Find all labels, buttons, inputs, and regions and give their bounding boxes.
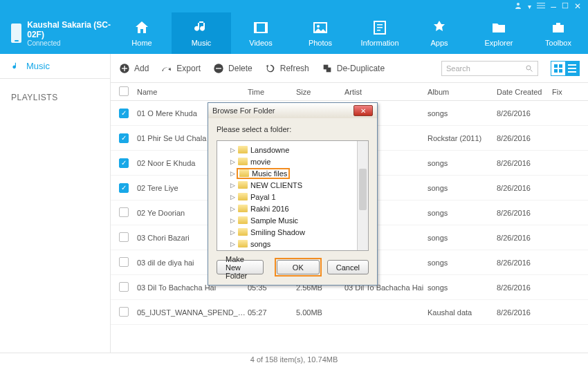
expand-icon[interactable]: ▷ [230,147,235,153]
cell-date: 8/26/2016 [497,159,552,167]
col-size[interactable]: Size [296,88,344,96]
tab-apps[interactable]: Apps [410,12,469,54]
cell-album: songs [428,109,497,118]
export-button[interactable]: Export [161,63,201,74]
expand-icon[interactable]: ▷ [230,182,235,189]
tab-music[interactable]: Music [172,12,231,54]
tab-toolbox[interactable]: Toolbox [529,12,588,54]
folder-label: Lansdowne [250,146,289,154]
add-button[interactable]: Add [119,63,149,74]
svg-rect-1 [537,3,545,3]
col-time[interactable]: Time [248,88,296,96]
folder-label: Smiling Shadow [250,228,305,236]
col-artist[interactable]: Artist [344,88,428,96]
sidebar-item-label: Music [26,61,50,71]
svg-rect-13 [377,30,380,31]
cell-album: songs [428,184,497,192]
expand-icon[interactable]: ▷ [230,241,235,247]
row-checkbox[interactable] [119,257,129,267]
search-placeholder: Search [446,64,470,73]
user-icon[interactable] [514,1,522,12]
svg-point-0 [517,3,520,6]
col-fix[interactable]: Fix [552,88,573,96]
make-new-folder-button[interactable]: Make New Folder [217,260,264,274]
expand-icon[interactable]: ▷ [230,194,235,200]
tab-information[interactable]: Information [350,12,410,54]
close-icon[interactable]: ✕ [574,1,581,11]
expand-icon[interactable]: ▷ [230,229,235,236]
expand-icon[interactable]: ▷ [230,170,235,177]
refresh-button[interactable]: Refresh [265,63,309,74]
folder-item[interactable]: ▷Rakhi 2016 [219,203,367,214]
folder-item[interactable]: ▷songs [219,238,367,250]
row-checkbox[interactable] [119,158,129,168]
row-checkbox[interactable] [119,207,129,217]
folder-label: Payal 1 [250,193,276,201]
expand-icon[interactable]: ▷ [230,217,235,224]
dialog-close-button[interactable]: ✕ [353,105,373,116]
row-checkbox[interactable] [119,307,129,317]
dedup-icon [322,63,333,74]
scrollbar-thumb[interactable] [359,169,367,210]
nav-tabs: Home Music Videos Photos Information App… [112,12,588,54]
folder-item[interactable]: ▷Smiling Shadow [219,226,367,238]
delete-button[interactable]: Delete [213,63,252,74]
scrollbar[interactable] [357,141,368,250]
sidebar-item-music[interactable]: Music [0,54,110,79]
select-all-checkbox[interactable] [119,86,129,96]
grid-view-button[interactable] [551,62,565,75]
row-checkbox[interactable] [119,133,129,143]
row-checkbox[interactable] [119,183,129,193]
view-toggle [551,61,580,76]
expand-icon[interactable]: ▷ [230,205,235,212]
dropdown-icon[interactable]: ▾ [528,3,531,10]
tab-home[interactable]: Home [112,12,172,54]
tab-videos[interactable]: Videos [231,12,291,54]
delete-icon [213,63,224,74]
folder-item[interactable]: ▷Sample Music [219,214,367,226]
refresh-icon [265,63,276,74]
dedup-button[interactable]: De-Duplicate [322,63,385,74]
ok-button[interactable]: OK [277,260,320,274]
cell-album: songs [428,259,497,267]
folder-icon [238,146,248,153]
svg-rect-6 [255,23,257,32]
close-icon: ✕ [360,107,366,115]
list-view-button[interactable] [565,62,579,75]
col-name[interactable]: Name [137,88,248,96]
maximize-icon[interactable] [562,1,569,11]
export-icon [161,63,172,74]
folder-item[interactable]: ▷Music files [219,167,367,179]
row-checkbox[interactable] [119,109,129,118]
folder-icon [238,193,248,200]
folder-item[interactable]: ▷movie [219,156,367,167]
folder-icon [238,228,248,236]
col-album[interactable]: Album [428,88,497,96]
cell-date: 8/26/2016 [497,283,552,292]
table-row[interactable]: 05_IJUST_WANNA_SPEND_MY_LIF05:275.00MBKa… [111,300,588,325]
folder-icon [238,181,248,189]
tab-photos[interactable]: Photos [291,12,350,54]
svg-rect-14 [553,25,564,32]
folder-icon [239,169,249,177]
plus-icon [119,63,130,74]
search-input[interactable]: Search [441,61,538,76]
dialog-title-text: Browse For Folder [212,106,275,115]
cancel-button[interactable]: Cancel [327,260,369,274]
dialog-instruction: Please select a folder: [217,125,369,133]
device-info[interactable]: Kaushal Sakaria (SC-02F) Connected [0,20,112,47]
menu-icon[interactable] [537,1,545,12]
folder-tree[interactable]: ▷Lansdowne▷movie▷Music files▷NEW CLIENTS… [217,140,369,251]
svg-rect-3 [537,8,545,8]
col-date[interactable]: Date Created [497,88,552,96]
expand-icon[interactable]: ▷ [230,158,235,165]
folder-item[interactable]: ▷Payal 1 [219,191,367,203]
dialog-titlebar[interactable]: Browse For Folder ✕ [208,103,377,118]
svg-rect-7 [265,23,267,32]
folder-item[interactable]: ▷Lansdowne [219,144,367,156]
tab-explorer[interactable]: Explorer [469,12,529,54]
folder-item[interactable]: ▷NEW CLIENTS [219,179,367,191]
row-checkbox[interactable] [119,232,129,242]
minimize-icon[interactable]: – [551,3,556,9]
row-checkbox[interactable] [119,282,129,292]
